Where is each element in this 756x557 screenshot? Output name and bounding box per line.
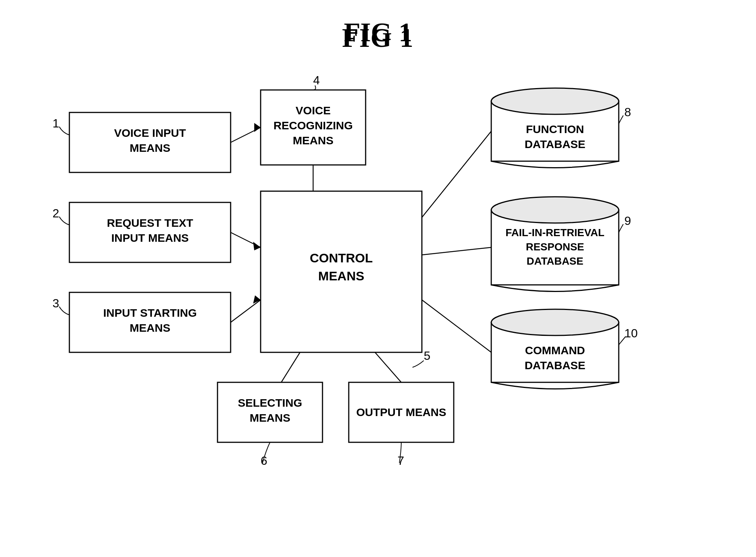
svg-text:REQUEST TEXT: REQUEST TEXT <box>107 217 193 229</box>
svg-text:DATABASE: DATABASE <box>525 359 585 371</box>
svg-line-39 <box>231 300 261 322</box>
svg-text:FUNCTION: FUNCTION <box>526 123 584 135</box>
svg-text:VOICE: VOICE <box>296 104 330 117</box>
svg-marker-38 <box>253 242 261 250</box>
svg-text:RECOGNIZING: RECOGNIZING <box>273 119 353 132</box>
svg-marker-36 <box>254 123 261 132</box>
svg-text:RESPONSE: RESPONSE <box>526 241 584 253</box>
svg-line-44 <box>422 131 491 217</box>
svg-text:SELECTING: SELECTING <box>238 397 302 409</box>
svg-text:VOICE INPUT: VOICE INPUT <box>114 127 186 139</box>
svg-point-23 <box>491 88 619 114</box>
svg-text:MEANS: MEANS <box>130 322 170 334</box>
svg-text:MEANS: MEANS <box>293 134 333 147</box>
svg-line-46 <box>422 300 491 352</box>
svg-text:5: 5 <box>424 349 430 362</box>
svg-text:MEANS: MEANS <box>130 142 170 154</box>
svg-line-45 <box>422 247 491 255</box>
svg-text:4: 4 <box>313 73 320 87</box>
svg-line-43 <box>375 352 401 382</box>
svg-point-32 <box>491 309 619 335</box>
svg-text:FAIL-IN-RETRIEVAL: FAIL-IN-RETRIEVAL <box>506 227 604 238</box>
svg-text:CONTROL: CONTROL <box>310 251 373 265</box>
svg-text:2: 2 <box>52 207 59 220</box>
svg-text:6: 6 <box>261 454 267 467</box>
svg-text:MEANS: MEANS <box>250 412 290 424</box>
svg-text:DATABASE: DATABASE <box>526 255 583 267</box>
svg-text:9: 9 <box>624 214 631 228</box>
svg-text:COMMAND: COMMAND <box>525 344 585 356</box>
svg-text:1: 1 <box>52 117 59 130</box>
svg-text:INPUT MEANS: INPUT MEANS <box>111 232 189 244</box>
svg-text:8: 8 <box>624 105 631 119</box>
svg-text:OUTPUT MEANS: OUTPUT MEANS <box>356 406 446 418</box>
svg-line-42 <box>281 352 300 382</box>
svg-text:10: 10 <box>624 326 638 340</box>
svg-point-27 <box>491 197 619 223</box>
svg-text:INPUT STARTING: INPUT STARTING <box>103 307 196 319</box>
svg-text:DATABASE: DATABASE <box>525 138 585 150</box>
svg-text:7: 7 <box>398 454 404 467</box>
svg-text:3: 3 <box>52 296 59 310</box>
svg-text:FIG 1: FIG 1 <box>344 17 412 47</box>
svg-text:MEANS: MEANS <box>318 269 364 283</box>
